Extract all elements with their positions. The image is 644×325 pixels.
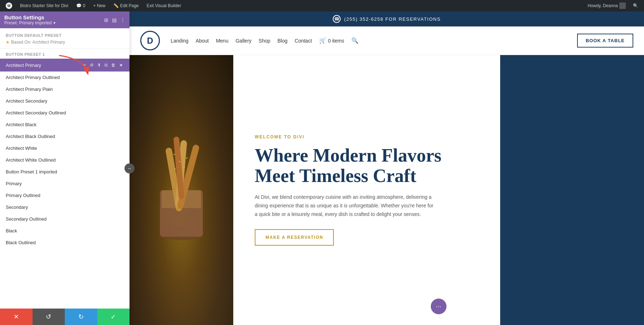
nav-link-menu[interactable]: Menu — [216, 38, 228, 44]
nav-link-blog[interactable]: Blog — [278, 38, 288, 44]
default-preset-title: Button Default Preset — [6, 33, 124, 38]
panel-title: Button Settings — [4, 14, 55, 20]
panel-header-icons: ⊞ ▤ ⋮ — [104, 17, 125, 23]
preset-item-button-preset-1-imported[interactable]: Button Preset 1 imported — [0, 166, 130, 178]
preset-item-architect-white-outlined[interactable]: Architect White Outlined — [0, 154, 130, 166]
preset-item-label: Architect Black Outlined — [6, 134, 55, 139]
preset-item-architect-secondary-outlined[interactable]: Architect Secondary Outlined — [0, 107, 130, 119]
preset-label: Preset: Primary imported — [4, 20, 52, 25]
site-logo[interactable]: D — [140, 31, 160, 50]
svg-point-11 — [184, 166, 185, 168]
reservation-label: MAKE A RESERVATION — [265, 235, 323, 240]
nav-links: Landing About Menu Gallery Shop Blog Con… — [171, 37, 570, 44]
star-preset-icon[interactable]: ★ — [118, 62, 124, 68]
site-name-label: Bistro Starter Site for Divi — [20, 3, 68, 8]
preset-list: Architect Primary ✏ ⚙ ⬆ ⧉ 🗑 ★ Architect … — [0, 59, 130, 248]
panel-icon-grid[interactable]: ⊞ — [104, 17, 108, 23]
howdy-item[interactable]: Howdy, Deanna — [586, 3, 628, 9]
preset-subtitle[interactable]: Preset: Primary imported ▾ — [4, 20, 55, 25]
preset-dropdown-icon: ▾ — [53, 20, 55, 25]
save-icon: ✓ — [111, 313, 116, 321]
svg-point-10 — [174, 168, 176, 169]
preset-item-architect-secondary[interactable]: Architect Secondary — [0, 95, 130, 107]
hero-section: WELCOME TO DIVI Where Modern Flavors Mee… — [130, 55, 644, 325]
reservation-button[interactable]: MAKE A RESERVATION — [255, 229, 334, 246]
cart-icon: 🛒 — [319, 37, 326, 44]
duplicate-preset-icon[interactable]: ⧉ — [104, 62, 108, 68]
wp-logo-item[interactable]: W — [4, 0, 14, 11]
book-table-label: BOOK A TABLE — [586, 38, 625, 43]
svg-point-8 — [179, 161, 180, 162]
svg-point-7 — [174, 154, 175, 155]
panel-icon-layout[interactable]: ▤ — [112, 17, 117, 23]
cancel-button[interactable]: ✕ — [0, 309, 33, 325]
floating-dots-icon: ··· — [436, 303, 441, 310]
wp-logo-icon: W — [6, 3, 12, 9]
logo-letter: D — [147, 36, 153, 46]
welcome-text: WELCOME TO DIVI — [255, 134, 462, 139]
preset-item-black[interactable]: Black — [0, 225, 130, 237]
preset-item-architect-primary[interactable]: Architect Primary ✏ ⚙ ⬆ ⧉ 🗑 ★ — [0, 59, 130, 72]
nav-link-contact[interactable]: Contact — [295, 38, 312, 44]
nav-link-gallery[interactable]: Gallery — [235, 38, 251, 44]
edit-page-item[interactable]: ✏️ Edit Page — [111, 0, 141, 11]
floating-action-button[interactable]: ··· — [431, 299, 447, 314]
edit-preset-icon[interactable]: ✏ — [82, 62, 87, 68]
preset-item-architect-black-outlined[interactable]: Architect Black Outlined — [0, 131, 130, 142]
redo-button[interactable]: ↻ — [65, 309, 97, 325]
search-admin-icon: 🔍 — [633, 3, 638, 8]
preset-item-label: Black — [6, 228, 17, 233]
hero-food-visual — [130, 55, 233, 325]
resize-handle[interactable]: ↔ — [125, 163, 135, 173]
settings-preset-icon[interactable]: ⚙ — [89, 62, 94, 68]
preset-item-label: Architect Black — [6, 122, 36, 127]
default-preset-section: Button Default Preset ★ Based On: Archit… — [0, 28, 130, 49]
preset-item-label: Primary Outlined — [6, 193, 40, 198]
preset-item-label: Architect Secondary — [6, 98, 47, 104]
phone-text: (255) 352-6258 FOR RESERVATIONS — [344, 16, 441, 22]
delete-preset-icon[interactable]: 🗑 — [111, 62, 116, 68]
export-preset-icon[interactable]: ⬆ — [97, 62, 102, 68]
search-admin-item[interactable]: 🔍 — [631, 3, 640, 8]
preset-item-label: Primary — [6, 181, 22, 186]
preset-item-architect-white[interactable]: Architect White — [0, 142, 130, 154]
phone-icon: ☎ — [333, 15, 341, 23]
exit-label: Exit Visual Builder — [147, 3, 181, 8]
admin-bar-right: Howdy, Deanna 🔍 — [586, 3, 641, 9]
preset-item-label: Architect White Outlined — [6, 157, 55, 163]
preset-item-architect-primary-outlined[interactable]: Architect Primary Outlined — [0, 72, 130, 83]
hero-text-content: WELCOME TO DIVI Where Modern Flavors Mee… — [255, 134, 462, 246]
save-button[interactable]: ✓ — [97, 309, 130, 325]
preset-item-label: Architect Primary Plain — [6, 87, 53, 92]
howdy-label: Howdy, Deanna — [588, 3, 618, 8]
preset-item-primary-outlined[interactable]: Primary Outlined — [0, 189, 130, 201]
preset-item-architect-black[interactable]: Architect Black — [0, 119, 130, 131]
preset-item-primary[interactable]: Primary — [0, 178, 130, 189]
pencil-icon: ✏️ — [113, 3, 119, 8]
search-nav-icon[interactable]: 🔍 — [351, 37, 358, 44]
star-icon: ★ — [6, 40, 10, 45]
preset-item-black-outlined[interactable]: Black Outlined — [0, 237, 130, 248]
preset-item-secondary-outlined[interactable]: Secondary Outlined — [0, 213, 130, 225]
panel-header-left: Button Settings Preset: Primary imported… — [4, 14, 55, 25]
exit-builder-item[interactable]: Exit Visual Builder — [145, 0, 184, 11]
site-name-item[interactable]: Bistro Starter Site for Divi — [18, 0, 70, 11]
panel-icon-more[interactable]: ⋮ — [120, 17, 125, 23]
preset-item-secondary[interactable]: Secondary — [0, 201, 130, 213]
preset-item-architect-primary-plain[interactable]: Architect Primary Plain — [0, 83, 130, 95]
nav-link-about[interactable]: About — [196, 38, 209, 44]
book-table-button[interactable]: BOOK A TABLE — [577, 34, 633, 48]
nav-link-shop[interactable]: Shop — [259, 38, 270, 44]
undo-button[interactable]: ↺ — [33, 309, 65, 325]
based-on-label: ★ Based On: Architect Primary — [6, 40, 124, 45]
hero-content: WELCOME TO DIVI Where Modern Flavors Mee… — [233, 55, 644, 325]
nav-link-landing[interactable]: Landing — [171, 38, 189, 44]
new-item[interactable]: + New — [91, 0, 107, 11]
hero-description: At Divi, we blend contemporary cuisine w… — [255, 193, 434, 218]
nav-cart[interactable]: 🛒 0 items — [319, 37, 344, 44]
hero-title: Where Modern Flavors Meet Timeless Craft — [255, 145, 462, 186]
comments-item[interactable]: 💬 0 — [74, 0, 88, 11]
preset-item-label: Architect White — [6, 146, 37, 151]
preset-item-label: Black Outlined — [6, 240, 36, 245]
left-panel: Button Settings Preset: Primary imported… — [0, 11, 130, 325]
